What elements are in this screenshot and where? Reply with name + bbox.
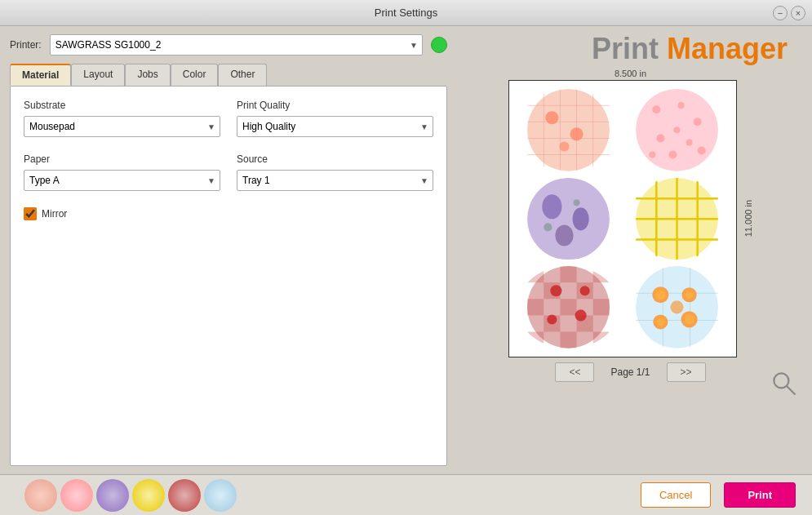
close-button[interactable]: ×: [791, 6, 805, 20]
svg-point-52: [579, 286, 589, 295]
preview-circle-2: [626, 89, 728, 171]
substrate-group: Substrate Mousepad ▼: [24, 100, 220, 137]
mirror-row: Mirror: [24, 207, 433, 220]
prev-page-button[interactable]: <<: [555, 362, 594, 382]
svg-point-11: [559, 141, 569, 151]
svg-point-67: [774, 373, 788, 388]
source-select[interactable]: Tray 1 Tray 2: [237, 170, 433, 191]
mirror-checkbox[interactable]: [24, 207, 37, 220]
svg-point-15: [693, 118, 701, 126]
svg-point-16: [656, 134, 664, 142]
print-button[interactable]: Print: [724, 482, 796, 508]
paper-source-row: Paper Type A Type B ▼ Source Tray 1: [24, 153, 433, 191]
bottom-bar: Cancel Print: [0, 474, 812, 515]
svg-point-51: [547, 315, 557, 325]
printer-status-indicator: [431, 37, 447, 53]
svg-rect-40: [592, 266, 609, 282]
svg-rect-41: [527, 300, 544, 316]
zoom-icon-wrap[interactable]: [770, 369, 799, 401]
title-bar: Print Settings − ×: [0, 0, 812, 26]
svg-point-10: [570, 127, 583, 140]
svg-point-66: [670, 301, 683, 314]
dialog-title: Print Settings: [375, 7, 437, 19]
print-quality-select-wrap: High Quality Standard Draft ▼: [237, 116, 433, 137]
svg-point-17: [686, 139, 692, 145]
pagination-row: << Page 1/1 >>: [457, 362, 804, 382]
thumb-5: [168, 479, 201, 512]
svg-point-9: [545, 111, 558, 124]
close-icon: ×: [796, 8, 801, 18]
thumb-2: [60, 479, 93, 512]
svg-rect-46: [527, 332, 544, 349]
svg-rect-47: [560, 332, 576, 349]
svg-point-20: [697, 146, 705, 154]
print-quality-select[interactable]: High Quality Standard Draft: [237, 116, 433, 137]
svg-rect-36: [527, 266, 544, 282]
printer-row: Printer: SAWGRASS SG1000_2 ▼: [10, 34, 447, 55]
tab-jobs[interactable]: Jobs: [125, 64, 170, 86]
svg-point-0: [527, 89, 610, 171]
preview-circle-5: [517, 266, 619, 349]
source-group: Source Tray 1 Tray 2 ▼: [237, 153, 433, 191]
preview-circle-4: [626, 178, 728, 260]
source-label: Source: [237, 153, 433, 165]
svg-line-68: [787, 386, 796, 395]
svg-point-21: [673, 127, 680, 133]
zoom-icon: [770, 369, 799, 398]
tab-layout[interactable]: Layout: [71, 64, 125, 86]
svg-rect-43: [592, 300, 609, 316]
svg-point-13: [652, 105, 660, 113]
substrate-select-wrap: Mousepad ▼: [24, 116, 220, 137]
svg-point-61: [684, 315, 694, 325]
settings-box: Substrate Mousepad ▼ Print Quality High …: [10, 86, 447, 466]
svg-point-18: [668, 150, 677, 158]
tab-color[interactable]: Color: [171, 64, 219, 86]
svg-point-63: [685, 291, 693, 300]
printer-select[interactable]: SAWGRASS SG1000_2: [50, 34, 423, 55]
paper-select-wrap: Type A Type B ▼: [24, 170, 220, 191]
mirror-label: Mirror: [42, 208, 67, 220]
svg-rect-38: [560, 266, 576, 282]
cancel-button[interactable]: Cancel: [641, 482, 711, 508]
tabs-bar: Material Layout Jobs Color Other: [10, 64, 447, 86]
bottom-thumbnails: [16, 475, 628, 515]
thumb-4: [132, 479, 165, 512]
svg-point-14: [677, 102, 684, 109]
preview-container: 8.500 in: [457, 69, 804, 466]
printer-select-wrapper: SAWGRASS SG1000_2 ▼: [50, 34, 423, 55]
tab-other[interactable]: Other: [218, 64, 267, 86]
manager-text: Manager: [667, 32, 788, 65]
print-text: Print: [592, 32, 667, 65]
right-panel: Print Manager 8.500 in: [457, 26, 812, 474]
print-manager-heading: Print Manager: [457, 34, 804, 64]
thumb-3: [96, 479, 129, 512]
main-content: Printer: SAWGRASS SG1000_2 ▼ Material La…: [0, 26, 812, 474]
print-quality-group: Print Quality High Quality Standard Draf…: [237, 100, 433, 137]
thumb-1: [24, 479, 57, 512]
preview-box: [508, 80, 737, 357]
next-page-button[interactable]: >>: [667, 362, 706, 382]
preview-width-label: 8.500 in: [615, 69, 646, 78]
title-bar-controls: − ×: [773, 6, 805, 20]
svg-point-59: [655, 291, 665, 300]
svg-point-19: [649, 151, 655, 158]
svg-rect-48: [592, 332, 609, 349]
source-select-wrap: Tray 1 Tray 2 ▼: [237, 170, 433, 191]
page-indicator: Page 1/1: [610, 366, 650, 378]
svg-point-25: [555, 224, 573, 246]
svg-point-24: [572, 207, 588, 230]
minimize-icon: −: [778, 8, 783, 18]
paper-select[interactable]: Type A Type B: [24, 170, 220, 191]
preview-circle-6: [626, 266, 728, 349]
paper-group: Paper Type A Type B ▼: [24, 153, 220, 191]
svg-point-27: [573, 199, 579, 206]
svg-rect-42: [560, 300, 576, 316]
minimize-button[interactable]: −: [773, 6, 788, 20]
substrate-quality-row: Substrate Mousepad ▼ Print Quality High …: [24, 100, 433, 137]
svg-point-50: [575, 310, 586, 322]
preview-circle-3: [517, 178, 619, 260]
preview-height-label: 11.000 in: [743, 200, 753, 237]
substrate-select[interactable]: Mousepad: [24, 116, 220, 137]
preview-circle-1: [517, 89, 619, 171]
tab-material[interactable]: Material: [10, 64, 71, 86]
